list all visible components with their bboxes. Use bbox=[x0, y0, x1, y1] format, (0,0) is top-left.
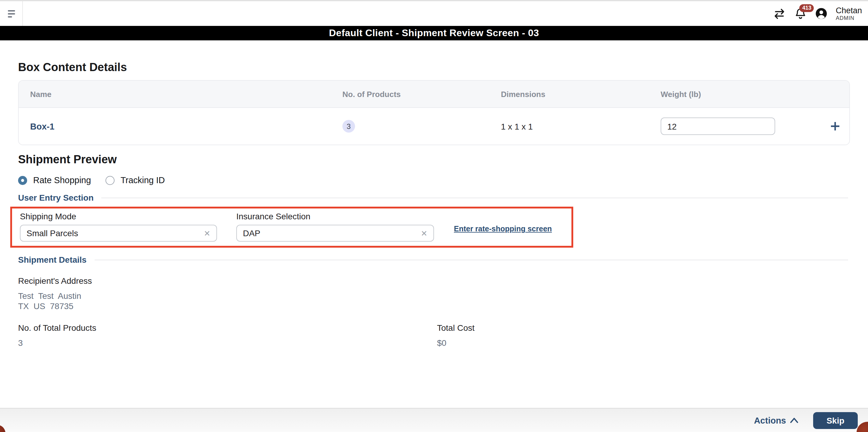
clear-icon[interactable]: ✕ bbox=[198, 229, 216, 238]
footer-action-bar: Actions Skip bbox=[0, 408, 868, 432]
user-name: Chetan bbox=[836, 6, 862, 15]
column-header-products: No. of Products bbox=[342, 90, 501, 99]
chat-bubble-left[interactable] bbox=[0, 425, 5, 432]
column-header-weight: Weight (lb) bbox=[661, 90, 820, 99]
shipment-preview-heading: Shipment Preview bbox=[18, 153, 850, 166]
total-products-value: 3 bbox=[18, 338, 437, 347]
column-header-name: Name bbox=[19, 90, 342, 99]
recipient-address-block: Recipient's Address Test Test Austin TX … bbox=[18, 276, 850, 311]
insurance-input[interactable] bbox=[237, 228, 415, 238]
shipment-details-section-title: Shipment Details bbox=[18, 255, 87, 265]
total-products-block: No. of Total Products 3 bbox=[18, 323, 437, 347]
actions-button[interactable]: Actions bbox=[754, 416, 799, 425]
address-line-1: Test Test Austin bbox=[18, 291, 850, 301]
screen-title-bar: Default Client - Shipment Review Screen … bbox=[0, 26, 868, 40]
plus-icon bbox=[830, 121, 840, 131]
totals-section: No. of Total Products 3 Total Cost $0 bbox=[18, 323, 850, 347]
topbar-right-group: 413 Chetan ADMIN bbox=[773, 1, 868, 26]
shipping-mode-label: Shipping Mode bbox=[20, 211, 217, 221]
column-header-dimensions: Dimensions bbox=[501, 90, 661, 99]
section-divider bbox=[101, 197, 848, 198]
box-content-table: Name No. of Products Dimensions Weight (… bbox=[18, 80, 850, 145]
box-name-link[interactable]: Box-1 bbox=[30, 122, 55, 131]
chat-bubble-right[interactable] bbox=[857, 422, 868, 432]
recipient-address-label: Recipient's Address bbox=[18, 276, 850, 286]
user-entry-section-title: User Entry Section bbox=[18, 193, 94, 202]
enter-rate-shopping-link[interactable]: Enter rate-shopping screen bbox=[454, 225, 552, 233]
insurance-combobox[interactable]: ✕ bbox=[236, 225, 434, 242]
notifications-button[interactable]: 413 bbox=[794, 7, 807, 20]
clear-icon[interactable]: ✕ bbox=[415, 229, 433, 238]
table-row: Box-1 3 1 x 1 x 1 bbox=[19, 108, 849, 144]
table-header-row: Name No. of Products Dimensions Weight (… bbox=[19, 81, 849, 108]
transfer-arrows-icon[interactable] bbox=[773, 7, 786, 20]
insurance-field: Insurance Selection ✕ bbox=[236, 211, 434, 242]
radio-selected-icon bbox=[18, 176, 27, 185]
user-entry-section-header: User Entry Section bbox=[18, 193, 850, 202]
weight-input[interactable] bbox=[661, 118, 775, 135]
menu-icon bbox=[7, 10, 15, 17]
notification-count-badge: 413 bbox=[800, 4, 814, 12]
user-avatar-icon[interactable] bbox=[815, 7, 828, 20]
address-line-2: TX US 78735 bbox=[18, 301, 850, 311]
top-navigation-bar: 413 Chetan ADMIN bbox=[0, 1, 868, 26]
insurance-label: Insurance Selection bbox=[236, 211, 434, 221]
radio-tracking-id[interactable]: Tracking ID bbox=[105, 175, 165, 185]
total-cost-label: Total Cost bbox=[437, 323, 850, 332]
sidebar-menu-button[interactable] bbox=[0, 1, 23, 26]
radio-rate-shopping[interactable]: Rate Shopping bbox=[18, 175, 91, 185]
skip-button[interactable]: Skip bbox=[813, 412, 858, 429]
app-window: 413 Chetan ADMIN Default Client - Shipme… bbox=[0, 0, 868, 432]
chevron-up-icon bbox=[789, 417, 799, 424]
main-content: Box Content Details Name No. of Products… bbox=[0, 61, 868, 347]
product-count-badge: 3 bbox=[342, 120, 355, 133]
box-content-heading: Box Content Details bbox=[18, 61, 850, 74]
dimensions-value: 1 x 1 x 1 bbox=[501, 122, 661, 131]
radio-rate-shopping-label: Rate Shopping bbox=[33, 175, 91, 185]
radio-unselected-icon bbox=[105, 176, 115, 185]
total-products-label: No. of Total Products bbox=[18, 323, 437, 332]
radio-tracking-id-label: Tracking ID bbox=[121, 175, 165, 185]
shipping-mode-input[interactable] bbox=[21, 228, 198, 238]
shipping-mode-combobox[interactable]: ✕ bbox=[20, 225, 217, 242]
total-cost-block: Total Cost $0 bbox=[437, 323, 850, 347]
total-cost-value: $0 bbox=[437, 338, 850, 347]
section-divider bbox=[94, 259, 848, 260]
add-box-button[interactable] bbox=[830, 121, 840, 131]
page-title: Default Client - Shipment Review Screen … bbox=[329, 28, 539, 39]
shipment-details-section-header: Shipment Details bbox=[18, 255, 850, 265]
user-menu[interactable]: Chetan ADMIN bbox=[836, 6, 862, 22]
actions-label: Actions bbox=[754, 416, 786, 425]
preview-mode-radio-group: Rate Shopping Tracking ID bbox=[18, 175, 850, 185]
annotation-highlight-box: Shipping Mode ✕ Insurance Selection ✕ En… bbox=[10, 207, 573, 247]
user-role: ADMIN bbox=[836, 15, 862, 22]
shipping-mode-field: Shipping Mode ✕ bbox=[20, 211, 217, 242]
